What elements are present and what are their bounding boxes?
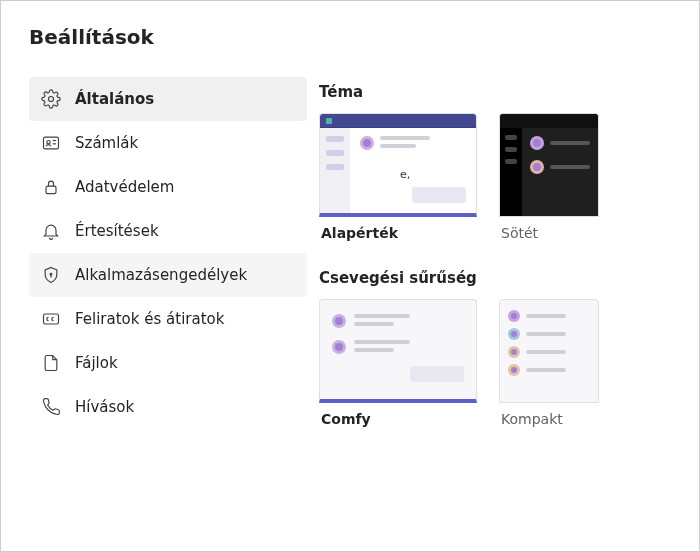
content-area: Általános Számlák Adatvédelem Értesítése… bbox=[29, 77, 699, 551]
sidebar-item-files[interactable]: Fájlok bbox=[29, 341, 307, 385]
sidebar-item-notifications[interactable]: Értesítések bbox=[29, 209, 307, 253]
theme-options: e, Alapérték bbox=[319, 113, 699, 241]
id-card-icon bbox=[41, 133, 61, 153]
svg-rect-1 bbox=[44, 137, 59, 149]
sidebar-item-calls[interactable]: Hívások bbox=[29, 385, 307, 429]
settings-main: Téma e, Alapérték bbox=[319, 77, 699, 551]
file-icon bbox=[41, 353, 61, 373]
sidebar-item-app-permissions[interactable]: Alkalmazásengedélyek bbox=[29, 253, 307, 297]
density-preview-comfy bbox=[319, 299, 477, 403]
svg-point-2 bbox=[47, 141, 50, 144]
sidebar-item-general[interactable]: Általános bbox=[29, 77, 307, 121]
settings-window: Beállítások Általános Számlák Adatvédele… bbox=[1, 1, 699, 551]
svg-rect-8 bbox=[44, 314, 59, 324]
sidebar-item-label: Fájlok bbox=[75, 354, 118, 372]
page-title: Beállítások bbox=[29, 25, 699, 49]
bell-icon bbox=[41, 221, 61, 241]
gear-icon bbox=[41, 89, 61, 109]
svg-point-0 bbox=[49, 97, 54, 102]
sidebar-item-label: Adatvédelem bbox=[75, 178, 174, 196]
density-option-label: Kompakt bbox=[499, 403, 599, 427]
theme-preview-default: e, bbox=[319, 113, 477, 217]
sidebar-item-label: Feliratok és átiratok bbox=[75, 310, 224, 328]
sidebar-item-label: Hívások bbox=[75, 398, 134, 416]
sidebar-item-label: Általános bbox=[75, 90, 154, 108]
sidebar-item-label: Alkalmazásengedélyek bbox=[75, 266, 247, 284]
theme-option-label: Alapérték bbox=[319, 217, 477, 241]
settings-sidebar: Általános Számlák Adatvédelem Értesítése… bbox=[29, 77, 319, 551]
theme-preview-dark bbox=[499, 113, 599, 217]
theme-option-dark[interactable]: Sötét bbox=[499, 113, 599, 241]
sidebar-item-privacy[interactable]: Adatvédelem bbox=[29, 165, 307, 209]
theme-option-label: Sötét bbox=[499, 217, 599, 241]
theme-section-title: Téma bbox=[319, 83, 699, 101]
density-section-title: Csevegési sűrűség bbox=[319, 269, 699, 287]
lock-icon bbox=[41, 177, 61, 197]
phone-icon bbox=[41, 397, 61, 417]
density-option-compact[interactable]: Kompakt bbox=[499, 299, 599, 427]
density-preview-compact bbox=[499, 299, 599, 403]
sidebar-item-label: Értesítések bbox=[75, 222, 159, 240]
density-option-comfy[interactable]: Comfy bbox=[319, 299, 477, 427]
svg-rect-5 bbox=[46, 186, 56, 194]
cc-icon bbox=[41, 309, 61, 329]
svg-point-6 bbox=[50, 273, 52, 275]
density-options: Comfy Kompakt bbox=[319, 299, 699, 427]
theme-option-default[interactable]: e, Alapérték bbox=[319, 113, 477, 241]
preview-sample-text: e, bbox=[400, 168, 410, 181]
sidebar-item-captions[interactable]: Feliratok és átiratok bbox=[29, 297, 307, 341]
density-option-label: Comfy bbox=[319, 403, 477, 427]
sidebar-item-accounts[interactable]: Számlák bbox=[29, 121, 307, 165]
shield-icon bbox=[41, 265, 61, 285]
sidebar-item-label: Számlák bbox=[75, 134, 138, 152]
